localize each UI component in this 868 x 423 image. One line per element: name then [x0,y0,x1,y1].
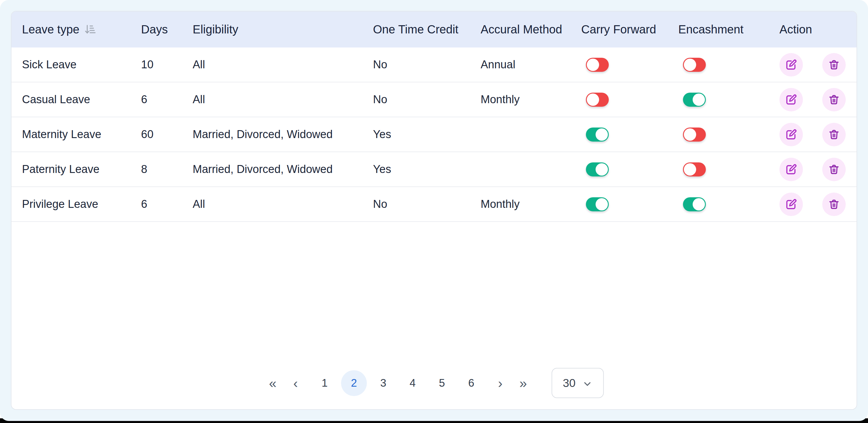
trash-icon [828,94,840,106]
page-button-4[interactable]: 4 [400,370,426,396]
encashment-toggle[interactable] [683,128,706,141]
edit-button[interactable] [779,53,803,76]
edit-button[interactable] [779,123,803,146]
page-background: Leave type DaysEligibilityOne Time Credi… [0,0,868,421]
column-header-label: Carry Forward [581,23,656,36]
page-size-value: 30 [563,377,575,390]
edit-button[interactable] [779,158,803,181]
pagination-next-button[interactable]: › [492,370,509,396]
cell-days: 8 [141,163,193,175]
toggle-knob [684,128,696,141]
edit-pencil-square-icon [785,93,798,106]
page-button-2[interactable]: 2 [341,370,367,396]
delete-button[interactable] [822,193,846,216]
toggle-knob [693,94,705,106]
encashment-toggle[interactable] [683,93,706,107]
delete-button[interactable] [822,88,846,111]
cell-one-time-credit: Yes [373,128,480,141]
cell-one-time-credit: No [373,58,480,71]
cell-one-time-credit: No [373,93,480,106]
edit-pencil-square-icon [785,163,798,176]
toggle-knob [596,128,608,141]
encashment-toggle[interactable] [683,58,706,72]
cell-leave-type: Paternity Leave [22,163,141,175]
carry-forward-toggle[interactable] [586,93,609,107]
column-header-action: Action [779,23,848,36]
cell-encashment [678,162,779,176]
page-button-6[interactable]: 6 [458,370,484,396]
cell-leave-type: Sick Leave [22,58,141,71]
edit-button[interactable] [779,88,803,111]
edit-pencil-square-icon [785,128,798,141]
page-button-5[interactable]: 5 [429,370,455,396]
table-header-row: Leave type DaysEligibilityOne Time Credi… [11,11,857,47]
pagination: « ‹ 123456 › » 30 [11,368,857,398]
cell-carry-forward [581,162,678,176]
pagination-first-button[interactable]: « [264,370,281,396]
cell-accural-method: Annual [480,58,581,71]
column-header-eligibility: Eligibility [193,23,373,36]
delete-button[interactable] [822,53,846,76]
encashment-toggle[interactable] [683,162,706,176]
cell-days: 6 [141,198,193,210]
toggle-knob [587,59,599,71]
cell-encashment [678,93,779,107]
pagination-prev-button[interactable]: ‹ [287,370,304,396]
trash-icon [828,128,840,141]
column-header-label: Accural Method [480,23,562,36]
toggle-knob [693,198,705,210]
carry-forward-toggle[interactable] [586,128,609,141]
column-header-days: Days [141,23,193,36]
edit-button[interactable] [779,193,803,216]
cell-encashment [678,197,779,212]
cell-action [779,53,848,76]
toggle-knob [684,59,696,71]
carry-forward-toggle[interactable] [586,58,609,72]
toggle-knob [596,163,608,175]
carry-forward-toggle[interactable] [586,162,609,176]
cell-leave-type: Casual Leave [22,93,141,106]
column-header-label: Days [141,23,168,36]
page-size-select[interactable]: 30 [552,368,604,398]
column-header-leave_type[interactable]: Leave type [22,23,141,36]
page-button-3[interactable]: 3 [370,370,396,396]
edit-pencil-square-icon [785,58,798,71]
cell-eligibility: Married, Divorced, Widowed [193,163,373,175]
table-row: Casual Leave6AllNoMonthly [11,83,857,117]
table-row: Paternity Leave8Married, Divorced, Widow… [11,152,857,187]
cell-leave-type: Privilege Leave [22,198,141,210]
carry-forward-toggle[interactable] [586,197,609,212]
toggle-knob [587,94,599,106]
table-row: Sick Leave10AllNoAnnual [11,47,857,83]
delete-button[interactable] [822,158,846,181]
trash-icon [828,59,840,71]
cell-days: 10 [141,58,193,71]
cell-action [779,193,848,216]
toggle-knob [684,163,696,175]
column-header-label: Leave type [22,23,80,36]
cell-carry-forward [581,58,678,72]
pagination-last-button[interactable]: » [515,370,532,396]
page-button-1[interactable]: 1 [312,370,338,396]
column-header-accural_method: Accural Method [480,23,581,36]
cell-carry-forward [581,197,678,212]
cell-carry-forward [581,128,678,141]
delete-button[interactable] [822,123,846,146]
cell-encashment [678,58,779,72]
cell-one-time-credit: No [373,198,480,210]
cell-days: 6 [141,93,193,106]
column-header-label: One Time Credit [373,23,458,36]
column-header-label: Action [779,23,812,36]
toggle-knob [596,198,608,210]
cell-accural-method: Monthly [480,93,581,106]
cell-eligibility: Married, Divorced, Widowed [193,128,373,141]
sort-descending-bars-icon[interactable] [84,23,97,36]
cell-one-time-credit: Yes [373,163,480,175]
cell-encashment [678,128,779,141]
cell-action [779,88,848,111]
cell-eligibility: All [193,93,373,106]
pagination-pages: 123456 [310,370,486,396]
leave-types-table-card: Leave type DaysEligibilityOne Time Credi… [11,11,857,410]
encashment-toggle[interactable] [683,197,706,212]
trash-icon [828,163,840,175]
